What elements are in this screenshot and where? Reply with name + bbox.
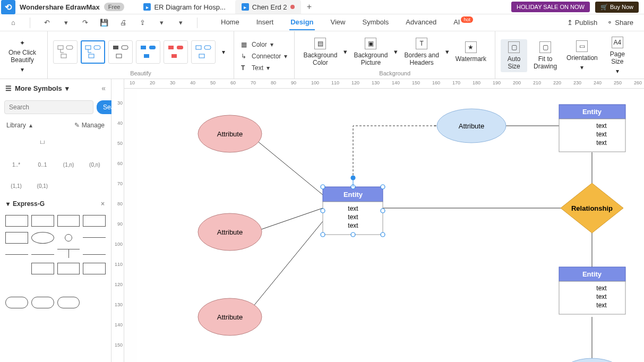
shape-rect[interactable] [83, 215, 106, 227]
shape-item[interactable]: 0..1 [31, 158, 53, 171]
new-tab-button[interactable]: + [304, 2, 315, 12]
menu-ai[interactable]: AIhot [452, 15, 474, 30]
shape-line[interactable] [83, 254, 106, 255]
background-color-button[interactable]: ▤Background Color [300, 36, 340, 68]
auto-size-button[interactable]: ▢Auto Size [501, 39, 527, 72]
background-picture-button[interactable]: ▣Background Picture [350, 36, 391, 68]
shape-item[interactable]: (0,n) [84, 158, 106, 171]
shape-tree[interactable] [57, 249, 80, 257]
undo-icon[interactable]: ↶ [42, 18, 51, 28]
shape-item[interactable]: (1,1) [5, 179, 27, 193]
main-menu: Home Insert Design View Symbols Advanced… [220, 15, 474, 30]
shape-item[interactable] [58, 136, 80, 150]
entity-body[interactable] [559, 281, 625, 314]
shape-circle[interactable] [65, 234, 72, 242]
dropdown-icon[interactable]: ▾ [157, 18, 166, 28]
shape-rect[interactable] [83, 263, 106, 274]
shape-item[interactable] [5, 136, 27, 150]
entity-body[interactable] [559, 119, 625, 152]
category-express-g[interactable]: ▾ Express-G × [0, 196, 111, 212]
shape-item[interactable] [31, 280, 54, 291]
beautify-style-2[interactable] [81, 40, 105, 64]
shape-round[interactable] [57, 297, 80, 308]
beautify-style-4[interactable] [136, 40, 160, 64]
svg-point-34 [381, 232, 385, 237]
chevron-down-icon[interactable]: ▾ [344, 48, 347, 56]
shape-rect[interactable] [5, 215, 28, 227]
print-icon[interactable]: 🖨 [118, 18, 128, 28]
beautify-style-5[interactable] [164, 40, 188, 64]
shape-rect[interactable] [57, 263, 80, 274]
home-icon[interactable]: ⌂ [8, 18, 18, 28]
orientation-button[interactable]: ▭Orientation▾ [563, 38, 601, 73]
redo-icon[interactable]: ↷ [80, 18, 90, 28]
shape-item[interactable] [84, 136, 106, 150]
one-click-beautify-button[interactable]: ✦ One Click Beautify ▾ [5, 37, 39, 75]
buy-now-button[interactable]: 🛒 Buy Now [595, 2, 639, 13]
beautify-style-1[interactable] [53, 40, 78, 64]
svg-rect-0 [58, 46, 63, 49]
horizontal-ruler: 1020304050607080901001101201301401501601… [124, 79, 644, 89]
shape-round[interactable] [5, 297, 28, 308]
doc-tab-2[interactable]: ▸ Chen Erd 2 [235, 0, 301, 14]
page-size-button[interactable]: A4Page Size▾ [604, 35, 631, 77]
shape-item[interactable]: (1,n) [58, 158, 80, 171]
manage-button[interactable]: ✎ Manage [74, 122, 105, 129]
shape-ellipse[interactable] [31, 232, 54, 244]
shape-rect[interactable] [5, 232, 28, 244]
drawing-canvas[interactable]: Attribute Attribute Attribute Entity tex… [137, 89, 644, 362]
holiday-sale-button[interactable]: HOLIDAY SALE ON NOW [511, 2, 590, 12]
shape-line[interactable] [83, 237, 106, 238]
save-icon[interactable]: 💾 [99, 18, 109, 28]
shape-item[interactable] [84, 179, 106, 193]
entity-row: text [596, 293, 607, 300]
chevron-down-icon[interactable]: ▾ [445, 48, 449, 56]
close-icon[interactable]: × [101, 200, 105, 208]
menu-insert[interactable]: Insert [255, 15, 275, 30]
menu-symbols[interactable]: Symbols [362, 15, 390, 30]
export-icon[interactable]: ⇪ [138, 18, 147, 28]
share-button[interactable]: ⚬Share [607, 19, 633, 27]
borders-headers-button[interactable]: TBorders and Headers [401, 36, 442, 68]
shape-item[interactable] [57, 280, 80, 291]
shape-item[interactable] [58, 179, 80, 193]
attribute-shape[interactable] [560, 358, 624, 362]
shape-round[interactable] [31, 297, 54, 308]
shape-item[interactable]: └┘ [31, 136, 53, 150]
vertical-ruler: 30405060708090100110120130140150 [111, 79, 124, 362]
beautify-more-button[interactable]: ▾ [219, 46, 228, 58]
chevron-down-icon[interactable]: ▾ [394, 48, 398, 56]
more-icon[interactable]: ▾ [176, 18, 185, 28]
svg-point-30 [321, 209, 325, 213]
shape-rect[interactable] [31, 263, 54, 274]
shape-item[interactable] [83, 297, 106, 308]
text-button[interactable]: TText▾ [239, 63, 289, 73]
shape-line[interactable] [5, 263, 28, 274]
menu-advanced[interactable]: Advanced [405, 15, 437, 30]
menu-view[interactable]: View [330, 15, 347, 30]
shape-line[interactable] [5, 254, 28, 255]
publish-button[interactable]: ↥Publish [567, 19, 598, 27]
shape-item[interactable] [5, 280, 28, 291]
watermark-button[interactable]: ★Watermark [452, 39, 490, 65]
collapse-icon[interactable]: ▴ [29, 122, 32, 129]
shape-rect[interactable] [31, 215, 54, 227]
menu-home[interactable]: Home [220, 15, 241, 30]
shape-rect[interactable] [57, 215, 80, 227]
fit-to-drawing-button[interactable]: ▢Fit to Drawing [530, 39, 560, 72]
color-button[interactable]: ▦Color▾ [239, 39, 289, 50]
chevron-down-icon[interactable]: ▾ [65, 84, 69, 92]
beautify-style-6[interactable] [191, 40, 216, 64]
shape-item[interactable]: (0,1) [31, 179, 53, 193]
shape-item[interactable] [83, 280, 106, 291]
express-g-shapes [0, 212, 111, 312]
collapse-sidebar-button[interactable]: « [101, 84, 106, 92]
shape-line[interactable] [31, 254, 54, 255]
shape-item[interactable]: 1..* [5, 158, 27, 171]
beautify-style-3[interactable] [108, 40, 133, 64]
doc-tab-1[interactable]: ▸ ER Diagram for Hosp... [137, 0, 231, 14]
search-input[interactable] [4, 100, 93, 114]
menu-design[interactable]: Design [289, 15, 314, 30]
connector-button[interactable]: ↳Connector▾ [239, 51, 289, 62]
dropdown-icon[interactable]: ▾ [61, 18, 71, 28]
